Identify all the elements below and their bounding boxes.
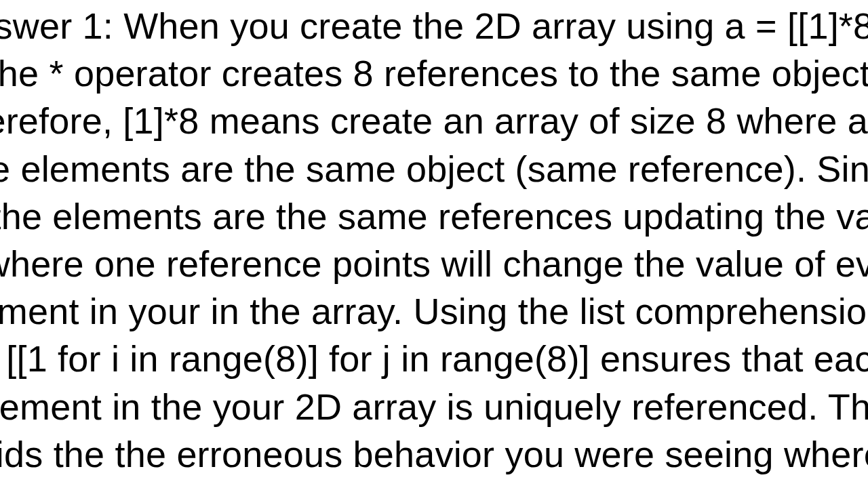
answer-text-block: Answer 1: When you create the 2D array u… xyxy=(0,2,868,488)
